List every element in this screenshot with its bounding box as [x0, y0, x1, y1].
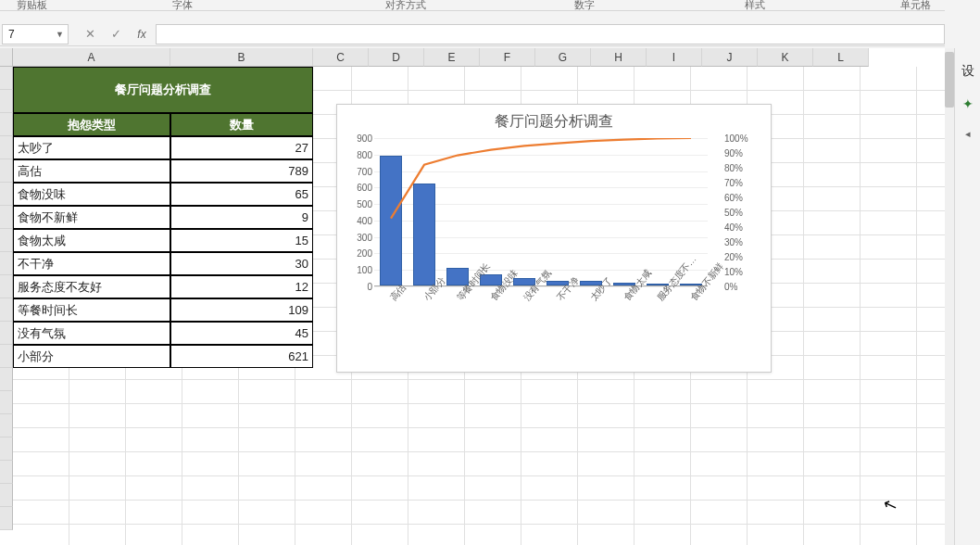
row-header[interactable] [0, 484, 13, 507]
row-header[interactable] [0, 67, 13, 90]
column-headers[interactable]: ABCDEFGHIJKL [13, 48, 869, 67]
column-header[interactable]: H [591, 48, 647, 67]
ribbon-group-styles: 样式 [745, 0, 765, 12]
row-header[interactable] [0, 414, 13, 437]
table-cell-qty[interactable]: 15 [170, 229, 313, 252]
ribbon-group-labels: 剪贴板 字体 对齐方式 数字 样式 单元格 [0, 0, 945, 11]
formula-bar-row: 7 ▼ ✕ ✓ fx [0, 22, 945, 46]
worksheet[interactable]: ABCDEFGHIJKL 餐厅问题分析调查抱怨类型数量太吵了27高估789食物没… [0, 48, 945, 545]
formula-input[interactable] [156, 24, 945, 44]
table-cell-type[interactable]: 服务态度不友好 [13, 275, 170, 298]
column-header[interactable]: J [702, 48, 758, 67]
name-box-value: 7 [8, 28, 15, 41]
confirm-icon[interactable]: ✓ [107, 26, 124, 43]
ribbon-group-font: 字体 [172, 0, 193, 12]
row-header[interactable] [0, 507, 13, 530]
task-pane-collapsed[interactable]: 设 ✦ ◂ [954, 48, 980, 545]
chart-category-axis: 高估小部分等餐时间长食物没味没有气氛不干净太吵了食物太咸服务态度不…食物不新鲜 [374, 290, 708, 364]
row-header[interactable] [0, 159, 13, 183]
table-cell-type[interactable]: 小部分 [13, 345, 170, 368]
table-cell-type[interactable]: 高估 [13, 159, 170, 183]
cancel-icon[interactable]: ✕ [82, 26, 98, 43]
table-cell-qty[interactable]: 65 [170, 183, 313, 206]
pareto-chart[interactable]: 餐厅问题分析调查 0100200300400500600700800900 0%… [336, 104, 772, 373]
column-header[interactable]: G [535, 48, 591, 67]
vertical-scrollbar[interactable] [945, 48, 954, 545]
formula-buttons: ✕ ✓ fx [82, 26, 150, 43]
column-header[interactable]: D [369, 48, 424, 67]
table-cell-qty[interactable]: 789 [170, 159, 313, 183]
chevron-collapse-icon[interactable]: ◂ [965, 128, 971, 140]
table-cell-type[interactable]: 没有气氛 [13, 322, 170, 345]
column-header[interactable]: K [758, 48, 813, 67]
chart-bar [413, 184, 435, 285]
row-header[interactable] [0, 437, 13, 461]
column-header[interactable]: C [313, 48, 369, 67]
column-header[interactable]: L [813, 48, 869, 67]
chevron-down-icon[interactable]: ▼ [56, 30, 64, 39]
row-header[interactable] [0, 183, 13, 206]
table-cell-type[interactable]: 不干净 [13, 252, 170, 275]
ribbon-group-alignment: 对齐方式 [385, 0, 426, 12]
row-header[interactable] [0, 206, 13, 229]
table-cell-qty[interactable]: 12 [170, 275, 313, 298]
select-all-triangle[interactable] [0, 48, 13, 67]
column-header[interactable]: I [647, 48, 702, 67]
chart-bar [380, 156, 402, 285]
row-header[interactable] [0, 298, 13, 322]
fx-icon[interactable]: fx [133, 26, 150, 43]
table-cell-qty[interactable]: 27 [170, 136, 313, 159]
table-title-cell[interactable]: 餐厅问题分析调查 [13, 67, 313, 113]
row-header[interactable] [0, 345, 13, 368]
table-cell-qty[interactable]: 45 [170, 322, 313, 345]
row-header[interactable] [0, 461, 13, 484]
table-cell-qty[interactable]: 621 [170, 345, 313, 368]
sparkle-icon[interactable]: ✦ [962, 96, 974, 111]
row-header[interactable] [0, 252, 13, 275]
table-header-qty[interactable]: 数量 [170, 113, 313, 136]
column-header[interactable]: E [424, 48, 480, 67]
column-header[interactable]: A [13, 48, 170, 67]
column-header[interactable]: B [170, 48, 313, 67]
row-header[interactable] [0, 391, 13, 414]
ribbon-group-number: 数字 [574, 0, 595, 12]
table-cell-type[interactable]: 等餐时间长 [13, 298, 170, 322]
table-cell-type[interactable]: 食物不新鲜 [13, 206, 170, 229]
task-pane-title: 设 [961, 63, 974, 80]
name-box[interactable]: 7 ▼ [2, 24, 69, 44]
row-header[interactable] [0, 368, 13, 391]
row-header[interactable] [0, 113, 13, 136]
column-header[interactable]: F [480, 48, 535, 67]
chart-plot-area [374, 138, 708, 286]
chart-y-axis-secondary: 0%10%20%30%40%50%60%70%80%90%100% [722, 138, 760, 286]
row-header[interactable] [0, 229, 13, 252]
row-header[interactable] [0, 136, 13, 159]
ribbon-group-cells: 单元格 [900, 0, 931, 12]
row-header[interactable] [0, 90, 13, 113]
table-cell-type[interactable]: 食物没味 [13, 183, 170, 206]
row-header[interactable] [0, 275, 13, 298]
table-header-type[interactable]: 抱怨类型 [13, 113, 170, 136]
scrollbar-thumb[interactable] [945, 52, 954, 108]
chart-y-axis-primary: 0100200300400500600700800900 [350, 138, 374, 286]
table-cell-qty[interactable]: 30 [170, 252, 313, 275]
ribbon-group-clipboard: 剪贴板 [17, 0, 47, 12]
row-header[interactable] [0, 322, 13, 345]
row-headers[interactable] [0, 67, 13, 530]
chart-title: 餐厅问题分析调查 [337, 112, 771, 132]
table-cell-qty[interactable]: 9 [170, 206, 313, 229]
table-cell-type[interactable]: 太吵了 [13, 136, 170, 159]
table-cell-type[interactable]: 食物太咸 [13, 229, 170, 252]
table-cell-qty[interactable]: 109 [170, 298, 313, 322]
